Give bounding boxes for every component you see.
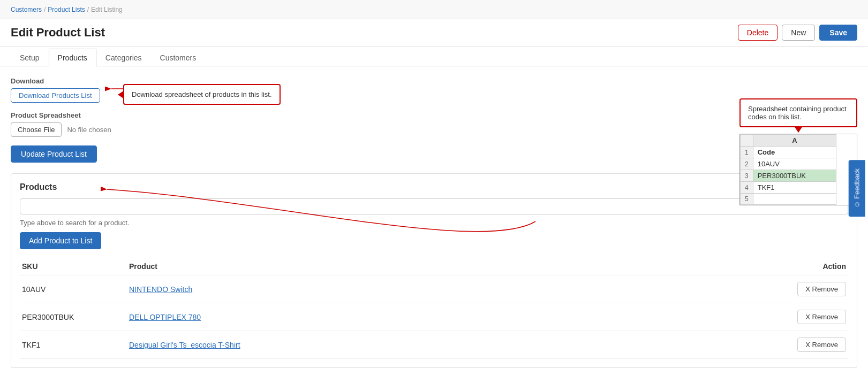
page-header: Edit Product List Delete New Save (0, 19, 868, 47)
spreadsheet-row: 1 Code (741, 147, 836, 158)
sku-cell: PER3000TBUK (20, 303, 127, 331)
table-row: 10AUV NINTENDO Switch X Remove (20, 275, 848, 303)
products-heading: Products (20, 182, 848, 192)
tab-setup[interactable]: Setup (11, 49, 49, 66)
update-button[interactable]: Update Product List (11, 145, 97, 163)
row-number: 2 (741, 158, 753, 170)
breadcrumb-sep1: / (44, 6, 46, 13)
choose-file-button[interactable]: Choose File (11, 122, 62, 137)
product-cell: Desigual Girl's Ts_escocia T-Shirt (127, 331, 773, 359)
products-table: SKU Product Action 10AUV NINTENDO Switch… (20, 258, 848, 359)
product-link[interactable]: DELL OPTIPLEX 780 (129, 313, 201, 321)
row-value (753, 194, 836, 205)
row-number: 3 (741, 170, 753, 182)
spreadsheet-callout-box: Spreadsheet containing product codes on … (739, 98, 857, 127)
remove-button[interactable]: X Remove (797, 282, 846, 296)
spreadsheet-arrow (794, 126, 803, 133)
feedback-button[interactable]: ☺ Feedback (848, 159, 865, 216)
feedback-icon: ☺ (852, 201, 861, 208)
spreadsheet-table: A 1 Code 2 10AUV 3 PER3000TBUK 4 TKF1 5 (740, 134, 836, 205)
remove-button[interactable]: X Remove (797, 337, 846, 352)
action-cell: X Remove (773, 331, 848, 359)
breadcrumb-customers[interactable]: Customers (11, 6, 42, 13)
breadcrumb-sep2: / (87, 6, 89, 13)
col-product: Product (127, 258, 773, 275)
spreadsheet-row: 3 PER3000TBUK (741, 170, 836, 182)
row-value: 10AUV (753, 158, 836, 170)
spreadsheet-label: Product Spreadsheet (11, 111, 857, 119)
action-cell: X Remove (773, 275, 848, 303)
table-row: TKF1 Desigual Girl's Ts_escocia T-Shirt … (20, 331, 848, 359)
download-tooltip: Download spreadsheet of products in this… (123, 84, 281, 105)
spreadsheet-row: 4 TKF1 (741, 182, 836, 194)
product-search-input[interactable] (20, 198, 848, 214)
breadcrumb: Customers / Product Lists / Edit Listing (11, 6, 123, 13)
row-value: TKF1 (753, 182, 836, 194)
add-product-button[interactable]: Add Product to List (20, 232, 101, 249)
no-file-text: No file chosen (67, 126, 111, 134)
new-button[interactable]: New (782, 25, 815, 41)
spreadsheet-row: 5 (741, 194, 836, 205)
row-number: 4 (741, 182, 753, 194)
top-bar: Customers / Product Lists / Edit Listing (0, 0, 868, 19)
col-action: Action (773, 258, 848, 275)
sku-cell: 10AUV (20, 275, 127, 303)
spreadsheet-row: 2 10AUV (741, 158, 836, 170)
product-cell: DELL OPTIPLEX 780 (127, 303, 773, 331)
row-number: 1 (741, 147, 753, 158)
delete-button[interactable]: Delete (738, 25, 778, 41)
search-hint: Type above to search for a product. (20, 219, 848, 227)
spreadsheet-popup: Spreadsheet containing product codes on … (739, 98, 857, 205)
spreadsheet-table-wrap: A 1 Code 2 10AUV 3 PER3000TBUK 4 TKF1 5 (739, 134, 857, 205)
products-section: Products Type above to search for a prod… (11, 173, 857, 368)
breadcrumb-product-lists[interactable]: Product Lists (48, 6, 85, 13)
tab-customers[interactable]: Customers (151, 49, 206, 66)
page-title: Edit Product List (11, 26, 105, 40)
tooltip-arrow (118, 90, 124, 99)
product-link[interactable]: Desigual Girl's Ts_escocia T-Shirt (129, 341, 240, 349)
table-row: PER3000TBUK DELL OPTIPLEX 780 X Remove (20, 303, 848, 331)
row-value: PER3000TBUK (753, 170, 836, 182)
download-button[interactable]: Download Products List (11, 88, 100, 103)
spreadsheet-section: Product Spreadsheet Choose File No file … (11, 111, 857, 137)
tab-products[interactable]: Products (49, 49, 96, 66)
product-cell: NINTENDO Switch (127, 275, 773, 303)
spreadsheet-corner (741, 135, 753, 147)
download-section: Download Download Products List Download… (11, 77, 857, 103)
product-link[interactable]: NINTENDO Switch (129, 285, 192, 294)
feedback-label: Feedback (852, 168, 861, 198)
row-number: 5 (741, 194, 753, 205)
action-cell: X Remove (773, 303, 848, 331)
row-value: Code (753, 147, 836, 158)
header-actions: Delete New Save (738, 25, 857, 41)
col-sku: SKU (20, 258, 127, 275)
content-area: Download Download Products List Download… (0, 66, 868, 376)
breadcrumb-edit-listing: Edit Listing (91, 6, 123, 13)
tabs-nav: Setup Products Categories Customers (0, 49, 868, 66)
save-button[interactable]: Save (819, 25, 857, 41)
spreadsheet-col-a: A (753, 135, 836, 147)
file-input-row: Choose File No file chosen (11, 122, 857, 137)
remove-button[interactable]: X Remove (797, 310, 846, 324)
sku-cell: TKF1 (20, 331, 127, 359)
tab-categories[interactable]: Categories (96, 49, 151, 66)
